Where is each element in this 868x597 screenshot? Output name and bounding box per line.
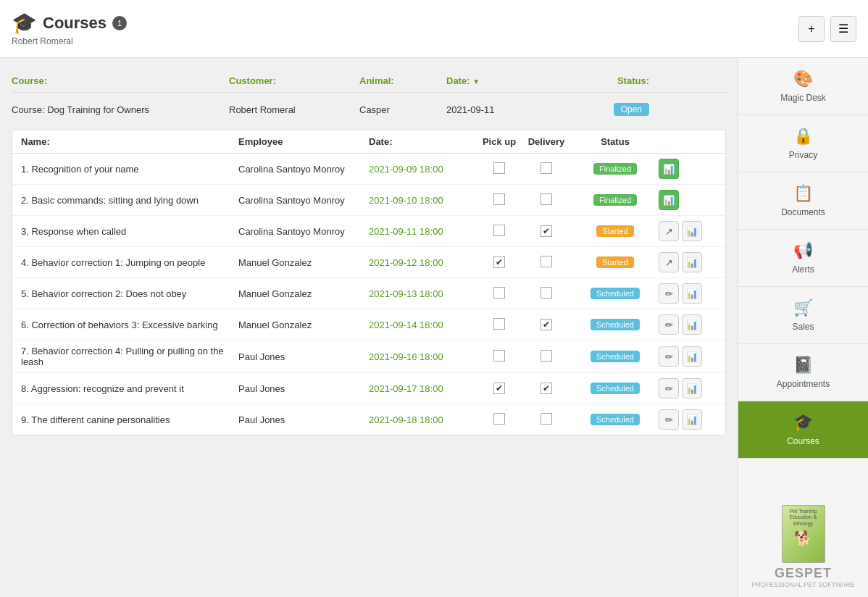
session-name: 1. Recognition of your name bbox=[21, 164, 238, 175]
session-status: Scheduled bbox=[572, 414, 659, 425]
pickup-checkbox[interactable] bbox=[493, 350, 505, 362]
delivery-checkbox[interactable]: ✔ bbox=[541, 225, 552, 237]
course-name: Course: Dog Training for Owners bbox=[12, 104, 229, 115]
session-delivery[interactable] bbox=[521, 193, 572, 207]
session-delivery[interactable] bbox=[521, 350, 572, 364]
session-date: 2021-09-13 18:00 bbox=[369, 288, 477, 299]
col-header-date[interactable]: Date: ▼ bbox=[446, 75, 562, 86]
status-badge: Scheduled bbox=[591, 319, 640, 330]
pickup-checkbox[interactable] bbox=[493, 413, 505, 425]
notification-badge: 1 bbox=[112, 16, 127, 30]
session-pickup[interactable] bbox=[477, 193, 521, 207]
sh-employee: Employee bbox=[238, 136, 369, 147]
chart-btn[interactable]: 📊 bbox=[682, 314, 702, 335]
session-pickup[interactable] bbox=[477, 413, 521, 427]
edit-btn[interactable]: ✏ bbox=[659, 314, 679, 335]
course-table-header: Course: Customer: Animal: Date: ▼ Status… bbox=[12, 70, 726, 93]
session-employee: Manuel Gonzalez bbox=[238, 320, 369, 330]
session-delivery[interactable]: ✔ bbox=[521, 383, 572, 394]
session-status: Started bbox=[572, 225, 659, 237]
delivery-checkbox[interactable] bbox=[541, 193, 552, 205]
session-pickup[interactable] bbox=[477, 350, 521, 364]
chart-btn[interactable]: 📊 bbox=[682, 378, 702, 398]
chart-btn[interactable]: 📊 bbox=[659, 190, 679, 210]
menu-button[interactable]: ☰ bbox=[830, 16, 856, 42]
session-delivery[interactable] bbox=[521, 287, 572, 301]
sidebar-item-appointments[interactable]: 📓 Appointments bbox=[738, 344, 868, 401]
delivery-checkbox[interactable]: ✔ bbox=[541, 383, 552, 394]
delivery-checkbox[interactable] bbox=[541, 256, 552, 267]
session-delivery[interactable]: ✔ bbox=[521, 319, 572, 330]
session-employee: Carolina Santoyo Monroy bbox=[238, 195, 369, 206]
gespet-sub: PROFESSIONAL PET SOFTWARE bbox=[747, 581, 859, 588]
edit-btn[interactable]: ✏ bbox=[659, 409, 679, 430]
session-row: 7. Behavior correction 4: Pulling or pul… bbox=[12, 341, 725, 373]
col-header-course: Course: bbox=[12, 75, 229, 86]
status-badge: Started bbox=[596, 256, 633, 268]
sidebar-item-privacy[interactable]: 🔒 Privacy bbox=[738, 115, 868, 172]
share-btn[interactable]: ↗ bbox=[659, 252, 679, 272]
course-customer: Robert Romeral bbox=[229, 104, 359, 115]
app-title: Courses bbox=[43, 14, 107, 33]
session-delivery[interactable] bbox=[521, 413, 572, 427]
session-date: 2021-09-17 18:00 bbox=[369, 383, 477, 394]
session-pickup[interactable]: ✔ bbox=[477, 256, 521, 268]
session-employee: Manuel Gonzalez bbox=[238, 288, 369, 299]
session-status: Scheduled bbox=[572, 319, 659, 330]
alerts-icon: 📢 bbox=[793, 241, 813, 260]
delivery-checkbox[interactable] bbox=[541, 413, 552, 425]
pickup-checkbox[interactable] bbox=[493, 318, 505, 330]
edit-btn[interactable]: ✏ bbox=[659, 378, 679, 398]
delivery-checkbox[interactable] bbox=[541, 350, 552, 362]
session-employee: Paul Jones bbox=[238, 414, 369, 425]
chart-btn[interactable]: 📊 bbox=[659, 159, 679, 179]
sidebar-item-alerts[interactable]: 📢 Alerts bbox=[738, 230, 868, 287]
col-header-customer: Customer: bbox=[229, 75, 359, 86]
sidebar-item-magic-desk[interactable]: 🎨 Magic Desk bbox=[738, 58, 868, 115]
pickup-checkbox[interactable] bbox=[493, 287, 505, 298]
add-button[interactable]: + bbox=[798, 16, 825, 42]
delivery-checkbox[interactable]: ✔ bbox=[541, 319, 552, 330]
delivery-checkbox[interactable] bbox=[541, 162, 552, 174]
chart-btn[interactable]: 📊 bbox=[682, 409, 702, 430]
session-row: 5. Behavior correction 2: Does not obey … bbox=[12, 278, 725, 309]
col-header-animal: Animal: bbox=[359, 75, 446, 86]
sidebar-item-sales[interactable]: 🛒 Sales bbox=[738, 287, 868, 344]
session-actions: 📊 bbox=[659, 159, 717, 179]
edit-btn[interactable]: ✏ bbox=[659, 283, 679, 304]
share-btn[interactable]: ↗ bbox=[659, 221, 679, 241]
session-pickup[interactable] bbox=[477, 287, 521, 301]
delivery-checkbox[interactable] bbox=[541, 287, 552, 298]
chart-btn[interactable]: 📊 bbox=[682, 221, 702, 241]
chart-btn[interactable]: 📊 bbox=[682, 346, 702, 367]
top-bar-actions: + ☰ bbox=[798, 16, 856, 42]
session-status: Scheduled bbox=[572, 351, 659, 362]
session-delivery[interactable] bbox=[521, 256, 572, 270]
status-badge: Scheduled bbox=[591, 288, 640, 299]
edit-btn[interactable]: ✏ bbox=[659, 346, 679, 367]
sidebar-item-courses[interactable]: 🎓 Courses bbox=[738, 401, 868, 459]
chart-btn[interactable]: 📊 bbox=[682, 252, 702, 272]
session-pickup[interactable] bbox=[477, 318, 521, 332]
session-row: 6. Correction of behaviors 3: Excessive … bbox=[12, 309, 725, 341]
session-delivery[interactable]: ✔ bbox=[521, 225, 572, 237]
pickup-checkbox[interactable] bbox=[493, 225, 505, 236]
sidebar-item-documents[interactable]: 📋 Documents bbox=[738, 172, 868, 230]
pickup-checkbox[interactable]: ✔ bbox=[493, 256, 505, 268]
session-name: 5. Behavior correction 2: Does not obey bbox=[21, 288, 238, 299]
session-pickup[interactable] bbox=[477, 225, 521, 238]
pickup-checkbox[interactable]: ✔ bbox=[493, 383, 505, 394]
session-pickup[interactable]: ✔ bbox=[477, 383, 521, 394]
pickup-checkbox[interactable] bbox=[493, 193, 505, 205]
session-row: 2. Basic commands: sitting and lying dow… bbox=[12, 185, 725, 216]
top-bar: 🎓 Courses 1 Robert Romeral + ☰ bbox=[0, 0, 868, 58]
session-name: 3. Response when called bbox=[21, 226, 238, 237]
session-delivery[interactable] bbox=[521, 162, 572, 176]
session-pickup[interactable] bbox=[477, 162, 521, 176]
session-employee: Paul Jones bbox=[238, 383, 369, 394]
gespet-logo: GESPET bbox=[747, 566, 859, 581]
pickup-checkbox[interactable] bbox=[493, 162, 505, 174]
session-name: 7. Behavior correction 4: Pulling or pul… bbox=[21, 346, 238, 367]
sidebar-label-documents: Documents bbox=[781, 207, 825, 217]
chart-btn[interactable]: 📊 bbox=[682, 283, 702, 304]
